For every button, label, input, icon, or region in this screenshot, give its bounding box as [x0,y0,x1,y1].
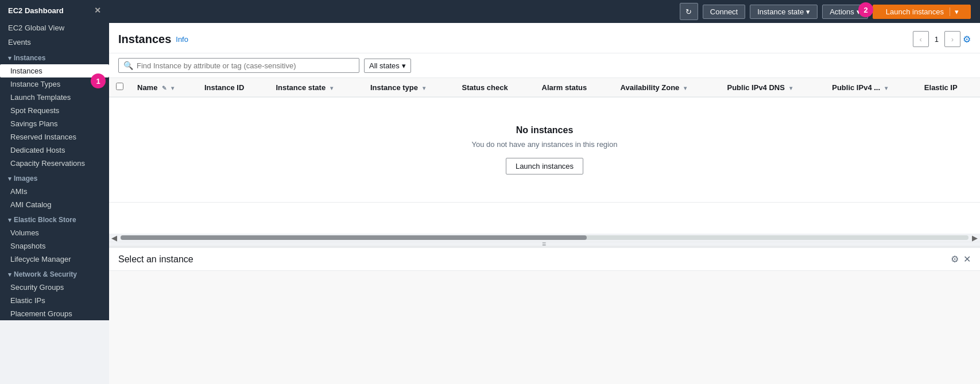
sidebar-title[interactable]: EC2 Dashboard [8,6,64,15]
info-button[interactable]: Info [176,35,188,44]
next-page-button[interactable]: › [944,31,960,47]
sidebar-item-savings-plans[interactable]: Savings Plans [0,117,109,130]
sidebar-section-ebs: Elastic Block Store [0,211,109,226]
actions-arrow-icon: ▾ [857,7,861,16]
az-sort-icon[interactable]: ▾ [684,85,687,91]
table-container: Name ✎ ▾ Instance ID Instance state ▾ In… [109,78,980,234]
panel-body [109,271,980,384]
name-edit-icon[interactable]: ✎ [162,85,166,91]
page-number: 1 [931,35,942,44]
ipv4-sort-icon[interactable]: ▾ [885,85,888,91]
instances-table: Name ✎ ▾ Instance ID Instance state ▾ In… [109,78,980,203]
connect-button[interactable]: Connect [703,5,745,19]
sidebar-section-instances: Instances [0,49,109,64]
refresh-button[interactable]: ↻ [680,3,698,20]
empty-launch-button[interactable]: Launch instances [506,158,583,174]
select-all-checkbox[interactable] [116,83,123,90]
connect-label: Connect [710,7,738,16]
panel-settings-icon: ⚙ [951,254,959,264]
col-instance-state: Instance state ▾ [269,78,363,97]
scroll-left-arrow[interactable]: ◀ [109,234,119,242]
dns-sort-icon[interactable]: ▾ [789,85,792,91]
main-content: 2 ↻ Connect Instance state ▾ Actions ▾ L… [109,0,980,384]
filter-bar: 🔍 All states ▾ [109,53,980,78]
launch-instances-button[interactable]: Launch instances ▾ [873,5,971,19]
page-header-right: ‹ 1 › ⚙ [913,31,971,47]
launch-instances-dropdown-icon[interactable]: ▾ [950,7,963,16]
scroll-right-arrow[interactable]: ▶ [970,234,980,242]
sidebar-item-reserved-instances[interactable]: Reserved Instances [0,130,109,143]
col-elastic-ip: Elastic IP [917,78,980,97]
launch-instances-label: Launch instances [880,7,950,16]
page-header: Instances Info ‹ 1 › ⚙ [109,23,980,53]
sidebar: EC2 Dashboard ✕ EC2 Global View Events I… [0,0,109,320]
sidebar-item-snapshots[interactable]: Snapshots [0,239,109,253]
sidebar-item-spot-requests[interactable]: Spot Requests [0,104,109,117]
sidebar-section-images: Images [0,170,109,185]
all-states-dropdown[interactable]: All states ▾ [364,59,411,73]
sidebar-item-security-groups[interactable]: Security Groups [0,281,109,294]
empty-state: No instances You do not have any instanc… [116,102,973,197]
sidebar-item-volumes[interactable]: Volumes [0,226,109,239]
all-states-label: All states [369,61,400,70]
sidebar-item-instances[interactable]: Instances [0,64,109,77]
sidebar-item-capacity-reservations[interactable]: Capacity Reservations [0,157,109,170]
sidebar-link-global-view[interactable]: EC2 Global View [0,21,109,35]
col-status-check: Status check [455,78,535,97]
empty-state-desc: You do not have any instances in this re… [139,140,950,149]
col-public-ipv4: Public IPv4 ... ▾ [825,78,917,97]
sidebar-item-lifecycle-manager[interactable]: Lifecycle Manager [0,253,109,266]
panel-close-button[interactable]: ✕ [963,254,971,265]
prev-page-button[interactable]: ‹ [913,31,929,47]
instance-state-sort-icon[interactable]: ▾ [330,85,333,91]
all-states-arrow-icon: ▾ [402,61,406,70]
sidebar-close-icon[interactable]: ✕ [94,6,101,15]
col-instance-id: Instance ID [197,78,269,97]
actions-button[interactable]: Actions ▾ [822,5,868,19]
col-name: Name ✎ ▾ [130,78,197,97]
sidebar-item-elastic-ips[interactable]: Elastic IPs [0,294,109,307]
instance-type-sort-icon[interactable]: ▾ [423,85,425,91]
topbar: 2 ↻ Connect Instance state ▾ Actions ▾ L… [109,0,980,23]
actions-label: Actions [830,7,854,16]
col-public-ipv4-dns: Public IPv4 DNS ▾ [720,78,825,97]
sidebar-item-ami-catalog[interactable]: AMI Catalog [0,198,109,211]
instance-state-arrow-icon: ▾ [806,7,810,16]
bottom-panel-title: Select an instance [118,254,193,265]
panel-settings-button[interactable]: ⚙ [951,254,959,265]
sidebar-link-events[interactable]: Events [0,35,109,49]
name-sort-icon[interactable]: ▾ [171,85,174,91]
column-settings-icon[interactable]: ⚙ [963,34,971,45]
sidebar-header: EC2 Dashboard ✕ [0,0,109,21]
col-alarm-status: Alarm status [535,78,614,97]
sidebar-item-placement-groups[interactable]: Placement Groups [0,307,109,320]
instance-state-button[interactable]: Instance state ▾ [750,5,818,19]
refresh-icon: ↻ [685,7,692,16]
sidebar-item-launch-templates[interactable]: Launch Templates [0,91,109,104]
page-title: Instances [118,33,171,46]
panel-close-icon: ✕ [963,254,971,264]
page-header-left: Instances Info [118,33,188,46]
sidebar-item-instance-types[interactable]: Instance Types [0,77,109,91]
pagination: ‹ 1 › ⚙ [913,31,971,47]
bottom-panel-header: Select an instance ⚙ ✕ [109,248,980,271]
scrollbar-track [121,235,969,240]
search-box: 🔍 [118,58,359,73]
empty-state-title: No instances [139,125,950,135]
col-instance-type: Instance type ▾ [363,78,455,97]
instance-state-label: Instance state [757,7,804,16]
drag-handle[interactable]: ≡ [109,242,980,246]
sidebar-item-amis[interactable]: AMIs [0,185,109,198]
sidebar-section-network: Network & Security [0,266,109,281]
search-icon: 🔍 [123,61,133,70]
bottom-panel-actions: ⚙ ✕ [951,254,971,265]
content-area: Instances Info ‹ 1 › ⚙ 🔍 All states ▾ [109,23,980,384]
col-availability-zone: Availability Zone ▾ [614,78,721,97]
search-input[interactable] [137,61,354,70]
sidebar-item-dedicated-hosts[interactable]: Dedicated Hosts [0,143,109,157]
scrollbar-thumb[interactable] [121,235,587,240]
bottom-panel: Select an instance ⚙ ✕ [109,246,980,384]
